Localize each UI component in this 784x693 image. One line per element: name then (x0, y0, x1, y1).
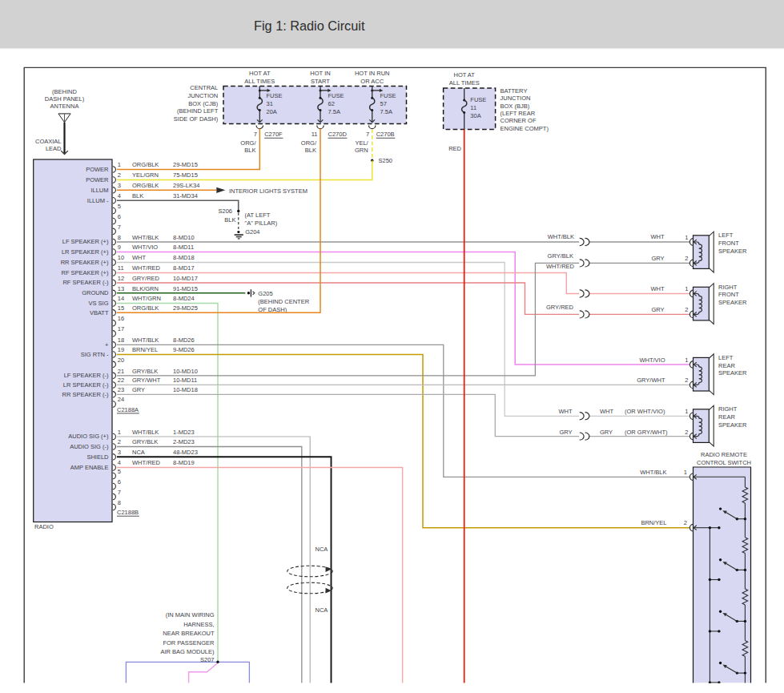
svg-text:DASH PANEL): DASH PANEL) (45, 95, 85, 103)
svg-text:LF SPEAKER (-): LF SPEAKER (-) (64, 372, 109, 379)
svg-text:WHT/VIO: WHT/VIO (132, 244, 158, 251)
svg-text:WHT/RED: WHT/RED (132, 264, 161, 272)
svg-text:INTERIOR LIGHTS SYSTEM: INTERIOR LIGHTS SYSTEM (229, 187, 308, 195)
svg-text:WHT: WHT (650, 233, 664, 240)
svg-text:8-MD18: 8-MD18 (173, 254, 195, 261)
svg-text:"A" PILLAR): "A" PILLAR) (245, 220, 278, 227)
svg-text:1: 1 (118, 429, 121, 436)
svg-text:CORNER OF: CORNER OF (501, 117, 537, 124)
svg-text:6: 6 (118, 213, 121, 220)
svg-text:ORG/: ORG/ (240, 139, 256, 147)
svg-text:(OR WHT/VIO): (OR WHT/VIO) (625, 408, 665, 415)
svg-text:BLK: BLK (244, 147, 255, 154)
svg-text:JUNCTION: JUNCTION (187, 92, 218, 99)
svg-text:FUSE: FUSE (380, 92, 396, 99)
svg-text:ORG/: ORG/ (301, 139, 317, 147)
svg-text:1: 1 (685, 357, 688, 364)
svg-text:CENTRAL: CENTRAL (190, 84, 218, 91)
svg-text:COAXIAL: COAXIAL (35, 138, 62, 145)
svg-text:OF DASH): OF DASH) (258, 306, 287, 313)
svg-text:RIGHT: RIGHT (718, 405, 738, 413)
svg-text:48-MD23: 48-MD23 (173, 449, 198, 456)
svg-text:30A: 30A (470, 112, 480, 119)
svg-text:WHT: WHT (132, 254, 146, 261)
svg-text:11: 11 (118, 264, 124, 272)
svg-text:RR SPEAKER (-): RR SPEAKER (-) (62, 391, 109, 398)
svg-text:8: 8 (118, 499, 121, 506)
svg-text:(BEHIND LEFT: (BEHIND LEFT (177, 107, 219, 115)
svg-text:GRY/BLK: GRY/BLK (132, 438, 158, 445)
svg-text:23: 23 (118, 386, 124, 393)
svg-text:S250: S250 (379, 157, 393, 164)
svg-text:ENGINE COMPT): ENGINE COMPT) (501, 125, 549, 132)
svg-text:1-MD23: 1-MD23 (173, 429, 195, 436)
svg-text:2: 2 (118, 438, 121, 445)
svg-text:GRY/BLK: GRY/BLK (548, 252, 573, 260)
svg-text:75-MD15: 75-MD15 (173, 171, 198, 179)
svg-text:GROUND: GROUND (82, 289, 109, 296)
svg-text:15: 15 (118, 304, 124, 312)
svg-text:7: 7 (254, 131, 257, 138)
svg-text:13: 13 (118, 285, 124, 292)
svg-text:21: 21 (118, 368, 124, 375)
svg-text:C270D: C270D (328, 131, 348, 138)
svg-text:2: 2 (685, 429, 688, 436)
svg-text:WHT: WHT (650, 285, 664, 292)
svg-text:11: 11 (312, 131, 318, 138)
svg-text:17: 17 (118, 325, 124, 332)
svg-text:HARNESS,: HARNESS, (183, 621, 214, 628)
svg-text:C270F: C270F (264, 131, 283, 138)
svg-text:2-MD23: 2-MD23 (173, 438, 195, 445)
svg-text:WHT: WHT (600, 408, 613, 415)
svg-text:WHT/RED: WHT/RED (132, 459, 161, 466)
svg-text:FRONT: FRONT (718, 240, 739, 247)
svg-text:G204: G204 (245, 228, 259, 236)
svg-text:WHT/BLK: WHT/BLK (548, 233, 574, 240)
svg-text:LR SPEAKER (-): LR SPEAKER (-) (63, 381, 109, 389)
svg-text:GRY: GRY (651, 306, 664, 313)
svg-text:REAR: REAR (718, 413, 735, 421)
svg-text:8-MD26: 8-MD26 (173, 336, 195, 344)
svg-text:16: 16 (118, 315, 124, 322)
svg-text:1: 1 (684, 469, 687, 476)
svg-text:BRN/YEL: BRN/YEL (132, 346, 158, 353)
svg-text:4: 4 (118, 192, 121, 199)
svg-text:20A: 20A (267, 108, 277, 115)
svg-text:(BEHIND: (BEHIND (52, 88, 77, 95)
svg-text:9: 9 (118, 244, 121, 251)
svg-text:5: 5 (118, 468, 121, 475)
svg-text:18: 18 (118, 336, 124, 344)
svg-text:CONTROL SWITCH: CONTROL SWITCH (697, 459, 751, 466)
svg-text:RF SPEAKER (+): RF SPEAKER (+) (62, 269, 109, 276)
svg-text:START: START (311, 78, 330, 85)
svg-text:29S-LK34: 29S-LK34 (173, 182, 199, 189)
svg-text:10-MD11: 10-MD11 (173, 377, 197, 384)
svg-text:(OR GRY/WHT): (OR GRY/WHT) (625, 429, 668, 436)
svg-text:WHT/RED: WHT/RED (546, 263, 575, 270)
svg-text:SPEAKER: SPEAKER (718, 299, 747, 306)
svg-text:WHT/BLK: WHT/BLK (132, 429, 159, 436)
svg-text:G205: G205 (258, 290, 272, 297)
svg-text:BLK: BLK (132, 192, 143, 199)
svg-text:AUDIO SIG (-): AUDIO SIG (-) (70, 443, 109, 450)
svg-text:8-MD10: 8-MD10 (173, 234, 195, 241)
svg-text:2: 2 (685, 255, 688, 262)
svg-text:AUDIO SIG (+): AUDIO SIG (+) (68, 433, 109, 440)
svg-text:NCA: NCA (132, 449, 145, 456)
svg-text:C270B: C270B (376, 131, 395, 138)
svg-text:GRY/BLK: GRY/BLK (132, 368, 158, 375)
svg-text:NEAR BREAKOUT: NEAR BREAKOUT (163, 630, 215, 637)
svg-text:YEL/GRN: YEL/GRN (132, 171, 159, 179)
svg-text:AMP ENABLE: AMP ENABLE (70, 464, 109, 471)
svg-text:SPEAKER: SPEAKER (718, 369, 747, 377)
svg-text:SHIELD: SHIELD (86, 453, 109, 461)
svg-text:LEFT: LEFT (718, 232, 734, 239)
svg-text:VS SIG: VS SIG (88, 300, 108, 307)
svg-text:GRY/WHT: GRY/WHT (637, 377, 665, 384)
svg-text:(LEFT REAR: (LEFT REAR (501, 110, 536, 117)
svg-text:3: 3 (118, 182, 121, 189)
svg-text:FUSE: FUSE (328, 92, 344, 99)
svg-text:ORG/BLK: ORG/BLK (132, 161, 159, 168)
svg-text:BRN/YEL: BRN/YEL (641, 519, 666, 526)
svg-text:10-MD18: 10-MD18 (173, 386, 198, 393)
